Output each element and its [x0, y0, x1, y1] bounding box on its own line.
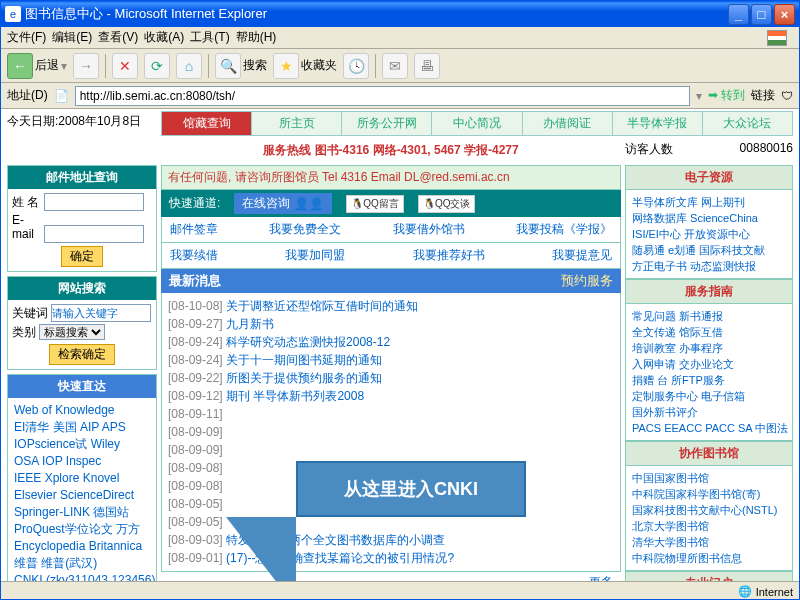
list-item[interactable]: [08-10-08] 关于调整近还型馆际互借时间的通知 — [168, 297, 614, 315]
tab-card[interactable]: 办借阅证 — [523, 112, 613, 135]
list-item[interactable]: [08-09-24] 科学研究动态监测快报2008-12 — [168, 333, 614, 351]
minimize-button[interactable]: _ — [728, 4, 749, 25]
online-consult[interactable]: 在线咨询 👤👤 — [234, 193, 332, 214]
favorites-icon[interactable]: ★ — [273, 53, 299, 79]
quick-link[interactable]: 我要借外馆书 — [393, 221, 465, 238]
list-item[interactable]: 入网申请 交办业论文 — [632, 356, 786, 372]
email-input[interactable] — [44, 225, 144, 243]
qq-msg[interactable]: 🐧QQ留言 — [346, 195, 404, 213]
quick-link[interactable]: 我要推荐好书 — [413, 247, 485, 264]
list-item[interactable]: 北京大学图书馆 — [632, 518, 786, 534]
stop-button[interactable]: ✕ — [112, 53, 138, 79]
guide-hdr: 服务指南 — [625, 279, 793, 304]
tab-catalog[interactable]: 馆藏查询 — [162, 112, 252, 135]
notice-bar: 有任何问题, 请咨询所图馆员 Tel 4316 Email DL@red.sem… — [161, 165, 621, 190]
list-item[interactable]: 常见问题 新书通报 — [632, 308, 786, 324]
list-item[interactable]: [08-09-09] — [168, 441, 614, 459]
search-icon[interactable]: 🔍 — [215, 53, 241, 79]
quick-link[interactable]: 我要免费全文 — [269, 221, 341, 238]
callout-tail — [226, 517, 296, 581]
list-item[interactable]: Springer-LINK 德国站 — [14, 504, 150, 521]
quick-link[interactable]: 我要续借 — [170, 247, 218, 264]
hotline: 服务热线 图书-4316 网络-4301, 5467 学报-4277 — [161, 140, 621, 161]
list-item[interactable]: [08-09-12] 期刊 半导体新书列表2008 — [168, 387, 614, 405]
ie-icon: e — [5, 6, 21, 22]
list-item[interactable]: Elsevier ScienceDirect — [14, 487, 150, 504]
menu-tools[interactable]: 工具(T) — [190, 29, 229, 46]
tab-forum[interactable]: 大众论坛 — [703, 112, 792, 135]
print-button[interactable]: 🖶 — [414, 53, 440, 79]
coop-hdr: 协作图书馆 — [625, 441, 793, 466]
tab-center[interactable]: 中心简况 — [432, 112, 522, 135]
list-item[interactable]: Web of Knowledge — [14, 402, 150, 419]
search-submit[interactable]: 检索确定 — [49, 344, 115, 365]
kw-input[interactable] — [51, 304, 151, 322]
list-item[interactable]: [08-09-27] 九月新书 — [168, 315, 614, 333]
list-item[interactable]: 维普 维普(武汉) — [14, 555, 150, 572]
list-item[interactable]: ISI/EI中心 开放资源中心 — [632, 226, 786, 242]
windows-flag-icon — [767, 30, 787, 46]
fav-label: 收藏夹 — [301, 57, 337, 74]
refresh-button[interactable]: ⟳ — [144, 53, 170, 79]
search-label: 搜索 — [243, 57, 267, 74]
quickrow-1: 我要续借我要加同盟我要推荐好书我要提意见 — [161, 243, 621, 269]
list-item[interactable]: 半导体所文库 网上期刊 — [632, 194, 786, 210]
quick-link[interactable]: 邮件签章 — [170, 221, 218, 238]
maximize-button[interactable]: □ — [751, 4, 772, 25]
menu-view[interactable]: 查看(V) — [98, 29, 138, 46]
list-item[interactable]: 方正电子书 动态监测快报 — [632, 258, 786, 274]
tab-affairs[interactable]: 所务公开网 — [342, 112, 432, 135]
more-link[interactable]: 更多 — [589, 575, 613, 581]
mail-submit[interactable]: 确定 — [61, 246, 103, 267]
list-item[interactable]: IEEE Xplore Knovel — [14, 470, 150, 487]
back-label: 后退 — [35, 57, 59, 74]
mail-button[interactable]: ✉ — [382, 53, 408, 79]
back-icon[interactable]: ← — [7, 53, 33, 79]
list-item[interactable]: 中国国家图书馆 — [632, 470, 786, 486]
list-item[interactable]: [08-09-22] 所图关于提供预约服务的通知 — [168, 369, 614, 387]
go-button[interactable]: ➡ 转到 — [708, 87, 745, 104]
list-item[interactable]: 国外新书评介 — [632, 404, 786, 420]
menu-edit[interactable]: 编辑(E) — [52, 29, 92, 46]
forward-button[interactable]: → — [73, 53, 99, 79]
list-item[interactable]: [08-09-24] 关于十一期间图书延期的通知 — [168, 351, 614, 369]
home-button[interactable]: ⌂ — [176, 53, 202, 79]
menu-file[interactable]: 文件(F) — [7, 29, 46, 46]
list-item[interactable]: 国家科技图书文献中心(NSTL) — [632, 502, 786, 518]
list-item[interactable]: ProQuest学位论文 万方 — [14, 521, 150, 538]
list-item[interactable]: 中科院物理所图书信息 — [632, 550, 786, 566]
list-item[interactable]: Encyclopedia Britannica — [14, 538, 150, 555]
list-item[interactable]: 培训教室 办事程序 — [632, 340, 786, 356]
name-input[interactable] — [44, 193, 144, 211]
history-button[interactable]: 🕓 — [343, 53, 369, 79]
list-item[interactable]: 清华大学图书馆 — [632, 534, 786, 550]
list-item[interactable]: 捐赠 台 所FTP服务 — [632, 372, 786, 388]
list-item[interactable]: OSA IOP Inspec — [14, 453, 150, 470]
list-item[interactable]: 全文传递 馆际互借 — [632, 324, 786, 340]
quick-link[interactable]: 我要投稿《学报》 — [516, 221, 612, 238]
norton-icon[interactable]: 🛡 — [781, 89, 793, 103]
links-label[interactable]: 链接 — [751, 87, 775, 104]
list-item[interactable]: 网络数据库 ScienceChina — [632, 210, 786, 226]
tab-home[interactable]: 所主页 — [252, 112, 342, 135]
menu-fav[interactable]: 收藏(A) — [144, 29, 184, 46]
toolbar: ←后退▾ → ✕ ⟳ ⌂ 🔍搜索 ★收藏夹 🕓 ✉ 🖶 — [1, 49, 799, 83]
menu-help[interactable]: 帮助(H) — [236, 29, 277, 46]
list-item[interactable]: CNKI (zky311043,123456) — [14, 572, 150, 581]
list-item[interactable]: 中科院国家科学图书馆(寄) — [632, 486, 786, 502]
close-button[interactable]: × — [774, 4, 795, 25]
qq-chat[interactable]: 🐧QQ交谈 — [418, 195, 476, 213]
quick-link[interactable]: 我要提意见 — [552, 247, 612, 264]
list-item[interactable]: PACS EEACC PACC SA 中图法 — [632, 420, 786, 436]
type-select[interactable]: 标题搜索 — [39, 324, 105, 340]
address-input[interactable] — [75, 86, 690, 106]
list-item[interactable]: IOPscience试 Wiley — [14, 436, 150, 453]
quick-link[interactable]: 我要加同盟 — [285, 247, 345, 264]
list-item[interactable]: [08-09-11] — [168, 405, 614, 423]
list-item[interactable]: EI清华 美国 AIP APS — [14, 419, 150, 436]
tab-journal[interactable]: 半导体学报 — [613, 112, 703, 135]
list-item[interactable]: 定制服务中心 电子信箱 — [632, 388, 786, 404]
list-item[interactable]: 随易通 e划通 国际科技文献 — [632, 242, 786, 258]
page-icon: 📄 — [54, 89, 69, 103]
list-item[interactable]: [08-09-09] — [168, 423, 614, 441]
